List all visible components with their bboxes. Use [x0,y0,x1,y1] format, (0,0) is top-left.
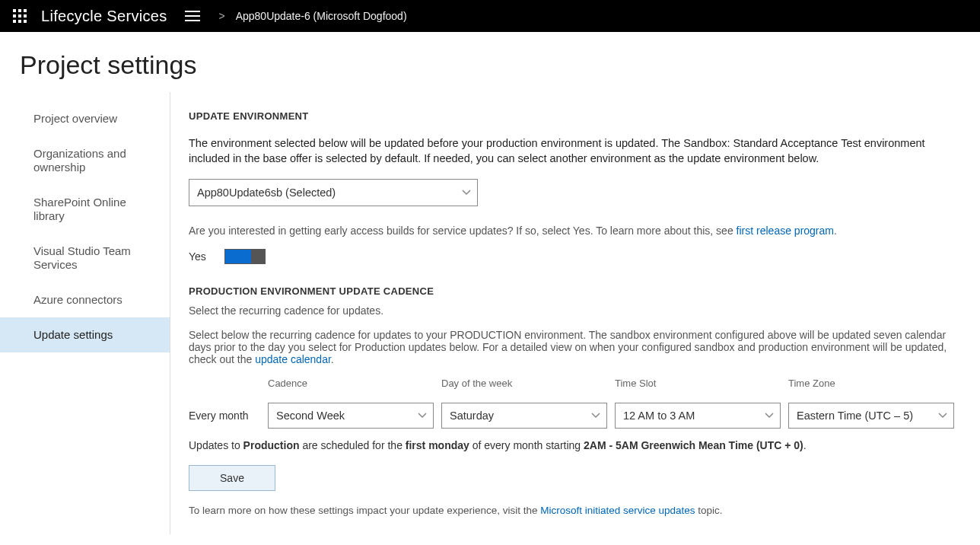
early-access-toggle[interactable] [224,249,266,264]
top-bar: Lifecycle Services > App80Update-6 (Micr… [0,0,980,32]
svg-rect-5 [24,14,27,18]
update-environment-description: The environment selected below will be u… [189,135,962,167]
day-label: Day of the week [441,378,607,389]
hamburger-icon [185,11,200,21]
cadence-description: Select below the recurring cadence for u… [189,329,962,365]
sidebar-item-sharepoint[interactable]: SharePoint Online library [0,185,170,234]
content-wrap: Project overview Organizations and owner… [0,92,980,534]
svg-rect-10 [185,15,200,17]
timezone-value: Eastern Time (UTC – 5) [797,410,913,422]
chevron-down-icon [591,413,600,419]
sidebar-item-azure-connectors[interactable]: Azure connectors [0,282,170,317]
chevron-down-icon [938,413,947,419]
sidebar-item-project-overview[interactable]: Project overview [0,101,170,136]
update-calendar-link[interactable]: update calendar [255,353,331,365]
timeslot-label: Time Slot [615,378,781,389]
main-content: UPDATE ENVIRONMENT The environment selec… [170,92,980,534]
svg-rect-4 [18,14,21,18]
app-title: Lifecycle Services [41,8,167,25]
section-head-update-environment: UPDATE ENVIRONMENT [189,110,962,122]
timezone-select[interactable]: Eastern Time (UTC – 5) [788,403,954,429]
page-title: Project settings [0,32,980,92]
waffle-icon [13,9,27,23]
svg-rect-2 [24,9,27,12]
svg-rect-6 [13,20,16,23]
svg-rect-3 [13,14,16,18]
breadcrumb-separator: > [218,10,224,22]
every-month-label: Every month [189,403,268,429]
svg-rect-9 [185,11,200,12]
day-value: Saturday [450,410,494,422]
chevron-down-icon [462,190,471,196]
first-release-program-link[interactable]: first release program [737,225,834,237]
breadcrumb-project[interactable]: App80Update-6 (Microsoft Dogfood) [236,10,407,22]
sidebar-item-organizations[interactable]: Organizations and ownership [0,136,170,185]
service-updates-link[interactable]: Microsoft initiated service updates [540,505,695,516]
svg-rect-1 [18,9,21,12]
early-access-toggle-row: Yes [189,249,962,264]
svg-rect-8 [24,20,27,23]
chevron-down-icon [418,413,427,419]
sidebar-item-update-settings[interactable]: Update settings [0,317,170,352]
cadence-intro: Select the recurring cadence for updates… [189,304,962,317]
section-head-cadence: PRODUCTION ENVIRONMENT UPDATE CADENCE [189,285,962,297]
sidebar: Project overview Organizations and owner… [0,92,170,534]
footer-note: To learn more on how these settings impa… [189,505,962,516]
cadence-labels-row: Cadence Day of the week Time Slot Time Z… [189,378,962,392]
hamburger-button[interactable] [180,4,205,28]
timeslot-select[interactable]: 12 AM to 3 AM [615,403,781,429]
environment-select[interactable]: App80Update6sb (Selected) [189,179,478,206]
cadence-label: Cadence [268,378,434,389]
save-button[interactable]: Save [189,465,275,491]
day-select[interactable]: Saturday [441,403,607,429]
environment-select-value: App80Update6sb (Selected) [197,186,336,199]
timeslot-value: 12 AM to 3 AM [623,410,695,422]
schedule-summary: Updates to Production are scheduled for … [189,439,962,451]
app-launcher-button[interactable] [8,4,32,28]
sidebar-item-vsts[interactable]: Visual Studio Team Services [0,234,170,282]
toggle-knob [225,250,251,263]
chevron-down-icon [765,413,774,419]
svg-rect-0 [13,9,16,12]
cadence-select[interactable]: Second Week [268,403,434,429]
svg-rect-7 [18,20,21,23]
early-access-text: Are you interested in getting early acce… [189,225,962,237]
cadence-value: Second Week [276,410,345,422]
svg-rect-11 [185,20,200,21]
timezone-label: Time Zone [788,378,954,389]
cadence-selectors-row: Every month Second Week Saturday 12 AM t… [189,403,962,429]
toggle-label: Yes [189,250,206,263]
